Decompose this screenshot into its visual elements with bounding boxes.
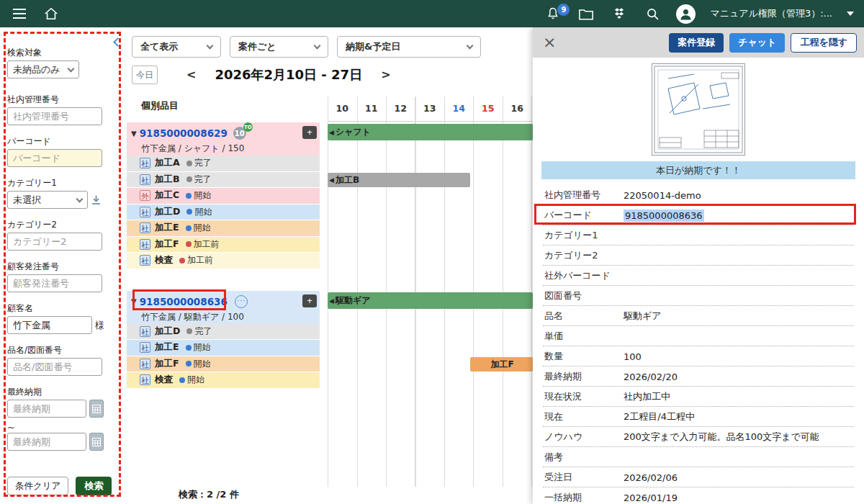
add-process-button[interactable]: + bbox=[302, 126, 317, 139]
prev-period-button[interactable]: < bbox=[186, 69, 196, 81]
gantt-bar[interactable]: ◀ シャフト bbox=[328, 124, 533, 140]
grouping-filter-select[interactable]: 案件ごと bbox=[230, 36, 328, 58]
search-button[interactable]: 検索 bbox=[76, 477, 112, 495]
internal-tag: 社 bbox=[140, 255, 150, 266]
gantt-group: ▼ 9185000008629 10 TO + 竹下金属 / シャフト / 15… bbox=[127, 122, 320, 269]
gantt-bar[interactable]: ◀ 駆動ギア bbox=[328, 292, 533, 309]
task-row[interactable]: 社 検査 開始 bbox=[127, 372, 320, 389]
due-date-to-input[interactable] bbox=[7, 433, 86, 451]
category1-label: カテゴリー1 bbox=[7, 178, 120, 189]
topbar-left bbox=[0, 4, 60, 23]
due-date-from-input[interactable] bbox=[7, 400, 86, 418]
expand-triangle-icon[interactable]: ▼ bbox=[131, 297, 137, 305]
detail-row: 最終納期 2026/02/20 bbox=[543, 366, 854, 387]
detail-row: 備考 bbox=[543, 447, 854, 467]
add-process-button[interactable]: + bbox=[302, 294, 317, 307]
external-tag: 外 bbox=[140, 190, 150, 201]
task-row[interactable]: 社 加工E 開始 bbox=[127, 340, 320, 356]
drawing-thumbnail[interactable] bbox=[652, 63, 745, 156]
hide-process-button[interactable]: 工程を隠す bbox=[791, 33, 857, 53]
chevron-down-icon bbox=[68, 65, 75, 72]
chat-bubble-icon[interactable]: ⋯ bbox=[235, 295, 248, 308]
detail-row: 受注日 2026/02/06 bbox=[543, 467, 854, 487]
group-id-link[interactable]: 9185000008629 bbox=[140, 127, 228, 139]
folder-icon[interactable] bbox=[577, 4, 595, 23]
date-mode-select[interactable]: 納期&予定日 bbox=[337, 36, 481, 58]
account-caret-icon[interactable] bbox=[847, 12, 854, 16]
search-icon[interactable] bbox=[643, 4, 662, 23]
task-row[interactable]: 社 加工F 加工前 bbox=[127, 237, 320, 253]
search-target-label: 検索対象 bbox=[7, 48, 120, 58]
detail-fields: 社内管理番号 22050014-demo バーコード 9185000008636… bbox=[543, 185, 854, 504]
group-header-row[interactable]: ▼ 9185000008629 10 TO + 竹下金属 / シャフト / 15… bbox=[127, 122, 320, 156]
customer-name-input[interactable] bbox=[7, 316, 92, 334]
chat-button[interactable]: チャット bbox=[729, 33, 785, 53]
avatar[interactable] bbox=[676, 4, 696, 24]
task-row[interactable]: 社 加工F 開始 bbox=[127, 356, 320, 373]
bar-start-marker-icon: ◀ bbox=[329, 129, 334, 136]
next-period-button[interactable]: > bbox=[381, 69, 390, 81]
task-row[interactable]: 社 加工B 完了 bbox=[127, 172, 320, 189]
category2-label: カテゴリー2 bbox=[7, 220, 120, 230]
status-dot bbox=[186, 225, 192, 231]
register-case-button[interactable]: 案件登録 bbox=[669, 33, 724, 53]
date-range-title: 2026年2月10日 - 27日 bbox=[215, 66, 362, 84]
home-icon[interactable] bbox=[42, 4, 60, 23]
display-filter-select[interactable]: 全て表示 bbox=[132, 36, 221, 58]
range-tilde: ~ bbox=[7, 422, 120, 433]
customer-order-no-input[interactable] bbox=[7, 274, 102, 292]
detail-row: 社外バーコード bbox=[543, 266, 854, 286]
expand-triangle-icon[interactable]: ▼ bbox=[131, 130, 137, 138]
barcode-input[interactable] bbox=[7, 149, 102, 167]
detail-row: 社内管理番号 22050014-demo bbox=[543, 185, 854, 205]
internal-no-label: 社内管理番号 bbox=[7, 94, 120, 105]
group-id-link[interactable]: 9185000008636 bbox=[140, 296, 228, 307]
status-dot bbox=[186, 161, 192, 166]
gantt-bar[interactable]: 加工F bbox=[470, 357, 533, 372]
search-target-select[interactable]: 未納品のみ bbox=[7, 60, 79, 78]
group-subtitle: 竹下金属 / シャフト / 150 bbox=[131, 141, 315, 156]
account-label[interactable]: マニュアル権限（管理3）:... bbox=[710, 7, 832, 20]
item-no-input[interactable] bbox=[7, 358, 102, 376]
category2-input[interactable] bbox=[7, 233, 102, 251]
internal-no-input[interactable] bbox=[7, 107, 102, 125]
selected-barcode-value[interactable]: 9185000008636 bbox=[624, 210, 704, 222]
search-target-value: 未納品のみ bbox=[13, 63, 60, 76]
notifications-icon[interactable]: 9 bbox=[544, 4, 562, 23]
group-spacer bbox=[127, 269, 320, 291]
close-icon[interactable]: × bbox=[543, 35, 556, 50]
task-row[interactable]: 社 加工D 完了 bbox=[127, 324, 320, 341]
dropbox-icon[interactable] bbox=[610, 4, 629, 23]
status-dot bbox=[179, 258, 185, 264]
topbar: 9 マニュアル権限（管理3）:... bbox=[0, 0, 864, 27]
menu-icon[interactable] bbox=[10, 4, 29, 23]
category1-select[interactable]: 未選択 bbox=[7, 191, 88, 209]
detail-row: 図面番号 bbox=[543, 286, 854, 306]
calendar-icon[interactable] bbox=[89, 433, 104, 451]
group-header-row[interactable]: ▼ 9185000008636 ⋯ + 竹下金属 / 駆動ギア / 100 bbox=[127, 291, 320, 324]
topbar-right: 9 マニュアル権限（管理3）:... bbox=[544, 4, 864, 24]
status-dot bbox=[186, 176, 192, 182]
collapse-sidebar-icon[interactable] bbox=[113, 37, 122, 47]
calendar-icon[interactable] bbox=[89, 400, 104, 418]
status-dot bbox=[186, 361, 192, 366]
task-row[interactable]: 社 加工E 開始 bbox=[127, 220, 320, 237]
bar-start-marker-icon: ◀ bbox=[329, 297, 334, 305]
search-result-count: 検索：2 /2 件 bbox=[179, 488, 239, 501]
task-row[interactable]: 社 加工A 完了 bbox=[127, 156, 320, 172]
task-row[interactable]: 社 加工D 開始 bbox=[127, 204, 320, 221]
task-row[interactable]: 社 検査 加工前 bbox=[127, 253, 320, 269]
status-dot bbox=[186, 209, 192, 215]
gantt-bar[interactable]: ◀ 加工B bbox=[328, 173, 470, 187]
task-row[interactable]: 外 加工C 開始 bbox=[127, 188, 320, 204]
clear-conditions-button[interactable]: 条件クリア bbox=[7, 477, 68, 495]
collapse-filter-icon[interactable] bbox=[91, 194, 102, 205]
detail-row: 単価 bbox=[543, 326, 854, 346]
status-dot bbox=[186, 345, 192, 351]
group-subtitle: 竹下金属 / 駆動ギア / 100 bbox=[131, 310, 315, 324]
detail-row: 一括納期 2026/01/19 bbox=[543, 487, 854, 504]
filter-row: 全て表示 案件ごと 納期&予定日 bbox=[132, 36, 481, 58]
today-button[interactable]: 今日 bbox=[132, 66, 158, 84]
chevron-down-icon bbox=[76, 195, 84, 202]
item-list-header: 個別品目 bbox=[141, 99, 179, 112]
